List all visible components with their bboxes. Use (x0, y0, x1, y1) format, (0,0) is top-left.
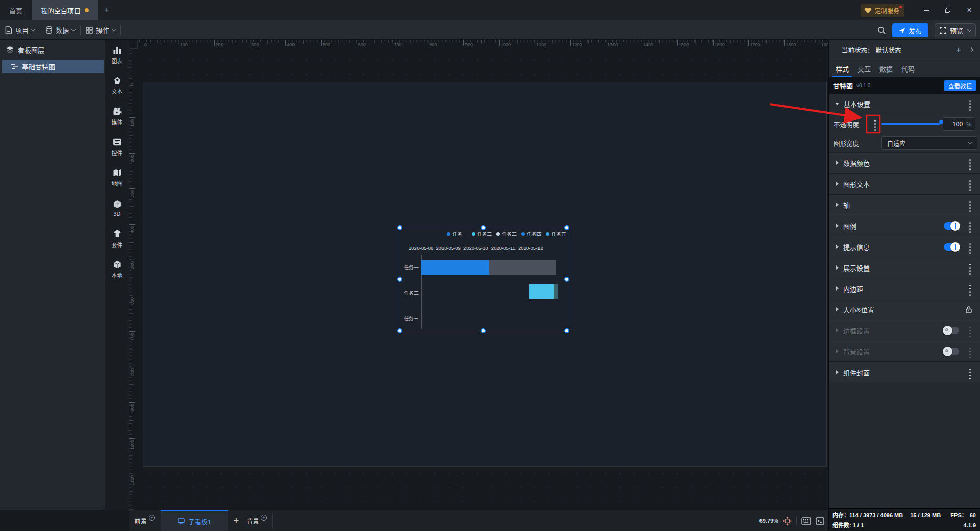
legend-item-任务一[interactable]: 任务一 (447, 230, 467, 237)
tab-交互[interactable]: 交互 (857, 60, 871, 77)
selection-handle[interactable] (481, 225, 486, 230)
project-tab-我的空白项目[interactable]: 我的空白项目 (32, 0, 98, 20)
rail-item-文本[interactable]: 文本 (105, 73, 129, 98)
add-state-button[interactable]: + (956, 45, 961, 55)
toggle-on[interactable] (944, 243, 959, 251)
opacity-slider[interactable] (881, 123, 940, 125)
custom-service-button[interactable]: 定制服务 (861, 4, 904, 17)
section-大小&位置[interactable]: 大小&位置 (829, 299, 980, 320)
kebab-menu-icon[interactable] (969, 162, 971, 164)
terminal-icon[interactable] (816, 517, 824, 525)
menu-操作[interactable]: 操作 (81, 20, 120, 40)
add-board-button[interactable]: + (229, 510, 243, 531)
kebab-menu-icon[interactable] (969, 183, 971, 185)
search-icon[interactable] (877, 26, 886, 35)
opacity-kebab-icon[interactable] (874, 123, 876, 125)
lock-icon[interactable] (965, 306, 972, 313)
new-project-tab-button[interactable]: + (98, 0, 115, 20)
selection-handle[interactable] (397, 277, 402, 282)
kebab-menu-icon[interactable] (969, 267, 971, 269)
kebab-menu-icon[interactable] (969, 288, 971, 289)
preview-button[interactable]: 预览 (935, 23, 976, 37)
section-内边距[interactable]: 内边距 (829, 278, 980, 299)
selection-handle[interactable] (481, 328, 486, 333)
sub-board-tab[interactable]: 子看板1 (161, 510, 228, 531)
foreground-button[interactable]: 前景 + (134, 510, 155, 531)
section-轴[interactable]: 轴 (829, 194, 980, 215)
gantt-bar[interactable] (554, 284, 558, 299)
kebab-menu-icon[interactable] (969, 351, 971, 352)
kebab-menu-icon[interactable] (969, 204, 971, 206)
opacity-input[interactable]: 100 % (943, 117, 975, 131)
section-提示信息[interactable]: 提示信息 (829, 236, 980, 257)
kebab-menu-icon[interactable] (969, 103, 971, 105)
rail-item-图表[interactable]: 图表 (105, 42, 129, 67)
kebab-menu-icon[interactable] (969, 372, 971, 373)
section-数据颜色[interactable]: 数据颜色 (829, 152, 980, 173)
restore-button[interactable] (937, 0, 959, 20)
selection-handle[interactable] (397, 225, 402, 230)
gantt-chart-component[interactable]: 任务一任务二任务三任务四任务五2020-05-082020-05-092020-… (400, 228, 568, 332)
project-tab-首页[interactable]: 首页 (0, 0, 32, 20)
selection-handle[interactable] (397, 328, 402, 333)
text-icon (112, 76, 122, 86)
publish-button[interactable]: 发布 (892, 23, 928, 37)
kebab-menu-icon[interactable] (969, 225, 971, 227)
rail-item-控件[interactable]: 控件 (105, 134, 129, 159)
ruler-tick (285, 40, 286, 46)
ruler-tick (129, 438, 135, 439)
add-background-icon[interactable]: + (261, 515, 267, 521)
kebab-menu-icon[interactable] (969, 246, 971, 248)
section-边框设置[interactable]: 边框设置 (829, 320, 980, 341)
gantt-bar[interactable] (421, 260, 489, 275)
menu-数据[interactable]: 数据 (40, 20, 80, 40)
rail-item-媒体[interactable]: 媒体 (105, 104, 129, 128)
tutorial-button[interactable]: 查看教程 (944, 80, 976, 91)
toggle-off[interactable] (944, 327, 959, 334)
menu-项目[interactable]: 项目 (0, 20, 40, 40)
rail-item-地图[interactable]: 地图 (105, 165, 129, 189)
ruler-tick (748, 40, 749, 46)
component-version: v0.1.0 (856, 83, 870, 88)
section-组件封面[interactable]: 组件封面 (829, 361, 980, 382)
ruler-tick (642, 40, 642, 46)
legend-item-任务五[interactable]: 任务五 (546, 230, 566, 237)
shape-width-select[interactable]: 自适应 (881, 136, 977, 150)
gantt-bar[interactable] (529, 284, 554, 299)
basic-settings-header[interactable]: 基本设置 (829, 94, 980, 114)
fit-screen-icon[interactable] (783, 517, 792, 525)
keyboard-shortcuts-icon[interactable] (801, 517, 811, 525)
section-背景设置[interactable]: 背景设置 (829, 341, 980, 361)
tab-样式[interactable]: 样式 (836, 60, 849, 77)
selection-handle[interactable] (564, 277, 569, 282)
close-button[interactable]: × (959, 0, 980, 20)
minimize-button[interactable] (916, 0, 937, 20)
section-展示设置[interactable]: 展示设置 (829, 257, 980, 278)
tab-数据[interactable]: 数据 (879, 60, 893, 77)
rail-item-套件[interactable]: 套件 (105, 226, 129, 251)
expand-states-icon[interactable] (969, 47, 974, 53)
selection-handle[interactable] (564, 328, 569, 333)
add-foreground-icon[interactable]: + (149, 515, 155, 521)
section-图形文本[interactable]: 图形文本 (829, 173, 980, 194)
legend-item-任务二[interactable]: 任务二 (472, 230, 492, 237)
rail-item-3D[interactable]: 3D (105, 196, 129, 220)
selection-handle[interactable] (564, 225, 569, 230)
toggle-off[interactable] (944, 348, 959, 355)
layer-item-基础甘特图[interactable]: 基础甘特图 (2, 60, 104, 73)
canvas-body[interactable]: 任务一任务二任务三任务四任务五2020-05-082020-05-092020-… (138, 49, 828, 510)
background-button[interactable]: 背景 + (247, 510, 267, 531)
ruler-tick (570, 40, 571, 46)
project-tab-label: 首页 (9, 6, 22, 15)
kebab-menu-icon[interactable] (969, 330, 971, 331)
toggle-knob (943, 326, 952, 335)
rail-item-本地[interactable]: 本地 (105, 257, 129, 281)
legend-item-任务三[interactable]: 任务三 (496, 230, 517, 237)
kit-icon (112, 229, 122, 239)
gantt-bar[interactable] (489, 260, 556, 275)
toggle-on[interactable] (944, 222, 959, 230)
legend-item-任务四[interactable]: 任务四 (521, 230, 542, 237)
tab-代码[interactable]: 代码 (901, 60, 915, 77)
section-图例[interactable]: 图例 (829, 215, 980, 236)
ruler-tick (393, 40, 393, 46)
